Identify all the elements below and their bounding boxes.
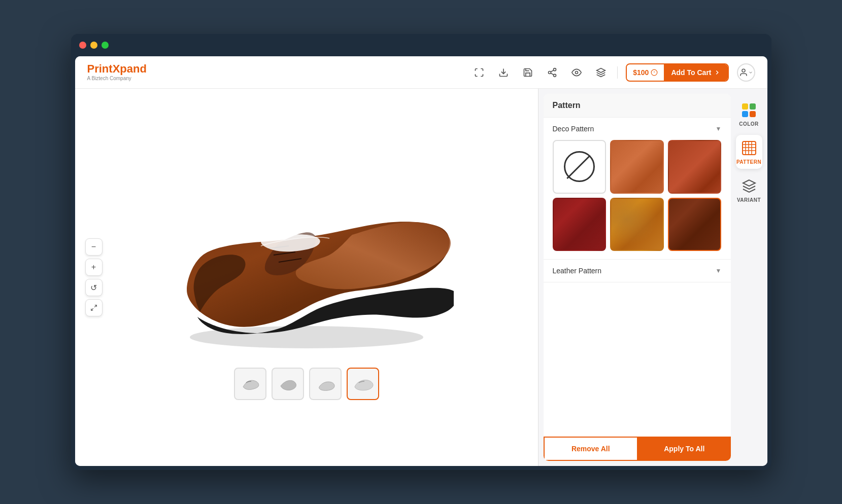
svg-point-3 [554,74,556,77]
deco-pattern-section: Deco Pattern ▼ [544,118,731,260]
remove-all-button[interactable]: Remove All [544,437,638,461]
pattern-panel: Pattern Deco Pattern ▼ [544,94,731,461]
deco-pattern-header[interactable]: Deco Pattern ▼ [544,118,731,140]
svg-rect-17 [743,141,756,155]
header-tools: $100 Add To Cart [471,63,755,82]
add-to-cart-button[interactable]: Add To Cart [664,64,727,81]
download-icon[interactable] [495,64,512,81]
variant-icon [740,177,758,195]
color-dots [742,103,756,117]
thumbnail-4-active[interactable] [347,368,379,400]
add-cart-label: Add To Cart [671,68,711,77]
leather-section-title: Leather Pattern [553,267,602,275]
pattern-swatch-leather-red[interactable] [553,198,607,251]
pattern-tool-label: PATTERN [736,159,761,165]
logo-main: Print [87,62,113,75]
svg-point-1 [554,68,556,70]
zoom-in-label: + [91,263,96,272]
apply-all-button[interactable]: Apply To All [638,437,731,461]
svg-line-11 [94,305,96,307]
deco-section-title: Deco Pattern [553,125,594,133]
divider [617,66,618,79]
sidebar-tool-color[interactable]: COLOR [736,97,762,131]
shoe-image [159,155,454,357]
leather-pattern-header[interactable]: Leather Pattern ▼ [544,260,731,282]
logo: PrintXpand A Biztech Company [87,63,147,81]
thumbnail-2[interactable] [272,368,304,400]
price-cart-button[interactable]: $100 Add To Cart [626,63,728,82]
panel-title: Pattern [553,101,581,110]
svg-point-2 [549,71,551,74]
fullscreen-button[interactable] [85,299,103,316]
svg-point-6 [576,71,578,74]
thumbnail-3[interactable] [309,368,342,400]
right-panel: Pattern Deco Pattern ▼ [538,89,731,466]
pattern-swatch-leather-brown[interactable] [610,198,664,251]
pattern-swatch-leather-dark[interactable] [668,198,722,251]
dot-blue [742,111,748,117]
share-icon[interactable] [544,64,560,81]
zoom-controls: − + ↺ [85,238,103,316]
sidebar-tool-variant[interactable]: VARIANT [736,173,762,207]
sidebar-tool-pattern[interactable]: PATTERN [736,135,762,169]
maximize-dot[interactable] [102,42,109,49]
price-value: $100 [633,68,649,77]
header: PrintXpand A Biztech Company [75,56,767,89]
user-button[interactable] [737,63,755,82]
thumbnail-1[interactable] [234,368,266,400]
logo-title: PrintXpand [87,63,147,75]
zoom-in-button[interactable]: + [85,259,103,276]
pattern-swatch-deco1[interactable] [610,140,664,194]
dot-orange [750,111,756,117]
reset-button[interactable]: ↺ [85,279,103,296]
zoom-out-button[interactable]: − [85,238,103,256]
eye-icon[interactable] [568,64,585,81]
view-thumbnails [234,368,379,400]
zoom-out-label: − [91,242,96,251]
price-label: $100 [627,65,664,80]
app-content: PrintXpand A Biztech Company [75,56,767,466]
shoe-container [159,155,454,357]
svg-line-12 [91,308,93,310]
titlebar [71,34,771,56]
deco-pattern-grid [544,140,731,259]
expand-icon[interactable] [471,64,487,81]
panel-header: Pattern [544,94,731,118]
panel-body: Deco Pattern ▼ [544,118,731,437]
dot-green [750,103,756,110]
remove-all-label: Remove All [571,445,610,453]
logo-subtitle: A Biztech Company [87,76,147,81]
svg-line-5 [551,70,554,71]
logo-accent: X [113,62,120,75]
app-window: PrintXpand A Biztech Company [71,34,771,470]
right-sidebar: COLOR PAT [731,89,767,466]
leather-chevron-icon: ▼ [716,267,722,274]
reset-label: ↺ [90,283,97,293]
panel-actions: Remove All Apply To All [544,437,731,461]
save-icon[interactable] [520,64,536,81]
svg-point-10 [742,69,745,72]
leather-pattern-section: Leather Pattern ▼ [544,260,731,282]
variant-tool-label: VARIANT [737,197,761,203]
3d-icon[interactable] [593,64,609,81]
logo-rest: pand [120,62,147,75]
color-tool-label: COLOR [739,121,759,127]
deco-chevron-icon: ▼ [716,125,722,132]
apply-all-label: Apply To All [664,445,704,453]
pattern-swatch-none[interactable] [553,140,607,194]
svg-line-4 [551,73,554,75]
main-area: − + ↺ [75,89,767,466]
none-icon [564,151,595,182]
pattern-swatch-deco2[interactable] [668,140,722,194]
color-icon [740,101,758,119]
minimize-dot[interactable] [90,42,97,49]
pattern-icon [740,139,758,157]
canvas-area: − + ↺ [75,89,538,466]
close-dot[interactable] [79,42,86,49]
dot-yellow [742,103,748,110]
